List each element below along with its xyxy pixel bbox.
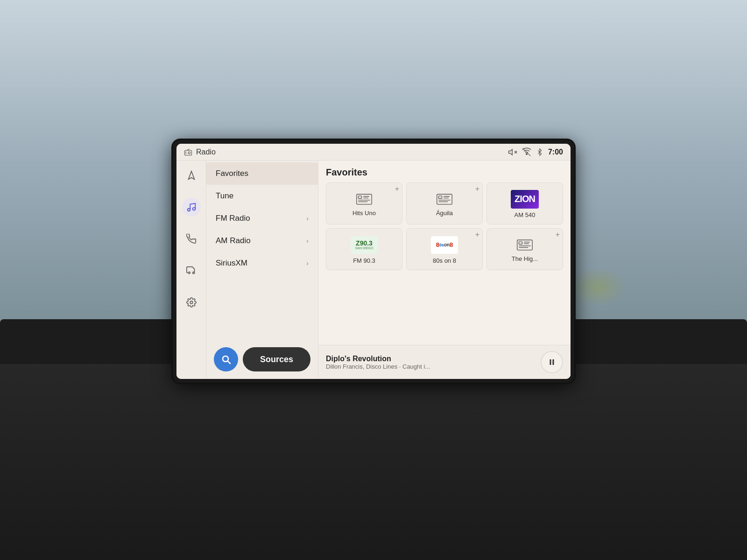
svg-rect-28 <box>519 241 522 244</box>
menu-item-tune[interactable]: Tune <box>206 185 318 207</box>
80s8-on: on <box>444 242 450 247</box>
sidebar-icon-phone[interactable] <box>182 230 201 248</box>
svg-point-1 <box>188 152 190 154</box>
add-hits-uno[interactable]: + <box>395 185 399 193</box>
sidebar-icon-settings[interactable] <box>182 293 201 312</box>
screen-container: Radio <box>173 140 574 383</box>
the-hig-icon <box>514 237 535 253</box>
80s8-text: 0s <box>439 243 444 247</box>
status-right: 7:00 <box>508 147 563 157</box>
fm903-logo-icon: Z90.3 SAN DIEGO <box>350 235 378 255</box>
menu-item-fm-radio[interactable]: FM Radio › <box>206 207 318 230</box>
svg-point-12 <box>188 272 190 274</box>
fav-tile-fm903[interactable]: Z90.3 SAN DIEGO FM 90.3 <box>326 228 402 270</box>
80s8-8: 8 <box>450 241 453 248</box>
svg-point-13 <box>192 272 194 274</box>
mute-icon <box>508 147 517 157</box>
svg-point-11 <box>192 208 195 210</box>
menu-item-siriusxm[interactable]: SiriusXM › <box>206 252 318 274</box>
screen: Radio <box>176 144 571 379</box>
z903-text: Z90.3 <box>356 240 373 246</box>
80s8-logo: 8 0s on 8 <box>431 236 458 254</box>
radio-icon <box>184 148 192 156</box>
sources-button[interactable]: Sources <box>243 347 310 371</box>
fm-radio-chevron: › <box>306 215 309 222</box>
add-aguila[interactable]: + <box>475 185 479 193</box>
fav-tile-aguila[interactable]: + Águila <box>406 182 483 224</box>
sidebar-icon-music[interactable] <box>182 198 201 217</box>
bottom-bar: Sources <box>206 342 318 379</box>
left-panel: Favorites Tune FM Radio › AM Radio › Sir <box>206 161 318 379</box>
80s8-logo-icon: 8 0s on 8 <box>430 235 458 255</box>
status-bar: Radio <box>176 144 571 161</box>
now-playing-bar: Diplo's Revolution Dillon Francis, Disco… <box>318 345 571 379</box>
right-panel: Favorites + <box>318 161 571 379</box>
now-playing-info: Diplo's Revolution Dillon Francis, Disco… <box>326 355 430 370</box>
svg-marker-9 <box>188 171 194 179</box>
status-left: Radio <box>184 148 216 156</box>
menu-item-favorites[interactable]: Favorites <box>206 162 318 185</box>
favorites-grid: + Hits U <box>326 182 563 270</box>
svg-rect-34 <box>553 359 554 365</box>
80s8-number: 8 <box>436 241 439 248</box>
hits-uno-label: Hits Uno <box>352 210 376 217</box>
am540-logo-icon: ZION <box>511 189 539 210</box>
sidebar-icon-car[interactable] <box>182 261 201 280</box>
fav-tile-the-hig[interactable]: + The Hi <box>486 228 563 270</box>
favorites-section: Favorites + <box>318 161 571 345</box>
add-80s8[interactable]: + <box>475 231 479 239</box>
am-radio-chevron: › <box>306 237 309 245</box>
menu-items: Favorites Tune FM Radio › AM Radio › Sir <box>206 161 318 342</box>
search-button[interactable] <box>214 347 238 371</box>
svg-rect-16 <box>358 196 361 198</box>
svg-point-14 <box>190 301 193 304</box>
zion-logo: ZION <box>511 190 539 209</box>
now-playing-subtitle: Dillon Francis, Disco Lines · Caught i..… <box>326 363 430 370</box>
now-playing-title: Diplo's Revolution <box>326 355 430 363</box>
pause-button[interactable] <box>541 351 563 373</box>
aguila-icon <box>434 191 455 208</box>
menu-item-am-radio[interactable]: AM Radio › <box>206 230 318 252</box>
sidebar-icons <box>176 161 206 379</box>
siriusxm-chevron: › <box>306 259 309 267</box>
no-signal-icon <box>522 147 531 157</box>
status-time: 7:00 <box>548 148 563 156</box>
hits-uno-icon <box>354 191 374 208</box>
svg-rect-33 <box>550 359 551 365</box>
add-the-hig[interactable]: + <box>556 231 560 239</box>
fav-tile-hits-uno[interactable]: + Hits U <box>326 182 402 224</box>
section-title: Favorites <box>326 167 563 178</box>
fav-tile-am540[interactable]: ZION AM 540 <box>486 182 563 224</box>
sidebar-icon-navigate[interactable] <box>182 166 201 185</box>
bluetooth-icon <box>536 147 543 157</box>
aguila-label: Águila <box>436 210 453 217</box>
svg-point-8 <box>526 153 528 154</box>
fm903-label: FM 90.3 <box>353 257 375 264</box>
main-area: Favorites Tune FM Radio › AM Radio › Sir <box>176 161 571 379</box>
z903-sub: SAN DIEGO <box>355 246 374 250</box>
svg-rect-22 <box>438 196 442 198</box>
z903-logo: Z90.3 SAN DIEGO <box>351 236 378 254</box>
the-hig-label: The Hig... <box>512 255 538 262</box>
fav-tile-80s8[interactable]: + 8 0s on 8 <box>406 228 483 270</box>
header-title: Radio <box>196 148 216 156</box>
am540-label: AM 540 <box>514 211 536 218</box>
svg-point-10 <box>187 209 190 211</box>
80s8-label: 80s on 8 <box>433 257 456 264</box>
